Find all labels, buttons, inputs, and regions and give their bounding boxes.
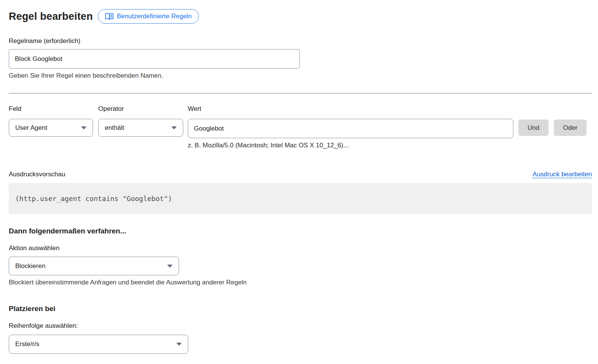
value-input[interactable] [188,119,513,138]
expression-preview-row: Ausdrucksvorschau Ausdruck bearbeiten [9,171,592,178]
expression-preview-label: Ausdrucksvorschau [9,171,65,178]
value-column: Wert z. B. Mozilla/5.0 (Macintosh; Intel… [188,105,513,149]
chevron-down-icon [176,343,182,346]
operator-label: Operator [98,105,183,113]
value-label: Wert [188,105,513,113]
section-divider [9,93,592,94]
custom-rules-badge[interactable]: Benutzerdefinierte Regeln [98,9,199,24]
page-title: Regel bearbeiten [9,11,93,22]
operator-column: Operator enthält [98,105,183,149]
placement-order-select[interactable]: Erste/r/s [9,335,188,354]
action-select[interactable]: Blockieren [9,257,179,275]
edit-expression-link[interactable]: Ausdruck bearbeiten [532,171,592,178]
placement-section-heading: Platzieren bei [9,305,592,313]
chevron-down-icon [81,126,86,129]
field-select[interactable]: User Agent [9,119,93,137]
and-button[interactable]: Und [518,120,548,136]
chevron-down-icon [167,265,173,268]
placement-order-select-value: Erste/r/s [15,340,39,348]
rule-name-input[interactable] [9,49,300,69]
field-column: Feld User Agent [9,105,93,149]
edit-rule-page: Regel bearbeiten Benutzerdefinierte Rege… [9,0,592,354]
operator-select[interactable]: enthält [98,119,183,137]
condition-row: Feld User Agent Operator enthält Wert z.… [9,105,592,149]
action-helper: Blockiert übereinstimmende Anfragen und … [9,279,592,286]
action-label: Aktion auswählen [9,244,592,252]
field-select-value: User Agent [15,124,47,132]
open-book-icon [105,13,114,20]
chevron-down-icon [171,126,177,129]
operator-select-value: enthält [105,124,124,132]
expression-code-block: (http.user_agent contains "Googlebot") [9,183,592,214]
page-header: Regel bearbeiten Benutzerdefinierte Rege… [9,9,592,24]
or-button[interactable]: Oder [554,120,587,136]
rule-name-label: Regelname (erforderlich) [9,37,592,45]
action-select-value: Blockieren [15,262,45,270]
rule-name-helper: Geben Sie Ihrer Regel einen beschreibend… [9,72,592,80]
action-section-heading: Dann folgendermaßen verfahren... [9,227,592,235]
field-label: Feld [9,105,93,113]
expression-code: (http.user_agent contains "Googlebot") [15,195,585,203]
value-helper: z. B. Mozilla/5.0 (Macintosh; Intel Mac … [188,142,513,149]
custom-rules-badge-label: Benutzerdefinierte Regeln [117,13,192,20]
placement-order-label: Reihenfolge auswählen: [9,322,592,330]
